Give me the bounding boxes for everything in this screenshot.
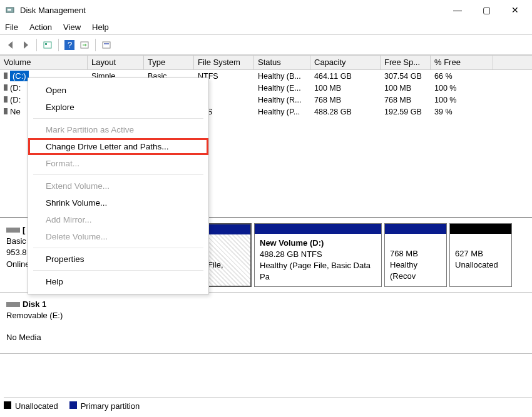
separator: [95, 39, 96, 51]
separator: [58, 39, 59, 51]
svg-rect-2: [44, 42, 51, 48]
partition-unallocated[interactable]: 627 MBUnallocated: [449, 223, 512, 287]
partition-bar: [385, 224, 446, 234]
partition-size: 768 MB: [390, 249, 418, 258]
disk-1-row[interactable]: Disk 1 Removable (E:) No Media: [0, 293, 532, 354]
svg-rect-7: [103, 42, 110, 48]
ctx-change-drive-letter[interactable]: Change Drive Letter and Paths...: [28, 138, 208, 155]
svg-rect-1: [8, 9, 11, 11]
partition-size: 488.28 GB NTFS: [260, 249, 322, 259]
disk-name: Disk 1: [23, 299, 46, 309]
partition-name: New Volume (D:): [260, 238, 324, 248]
close-button[interactable]: ✕: [501, 0, 529, 20]
ctx-mark-active: Mark Partition as Active: [28, 121, 208, 138]
disk-type: Removable (E:): [6, 310, 73, 321]
legend-primary: Primary partition: [81, 401, 140, 411]
menu-action[interactable]: Action: [29, 23, 52, 32]
swatch-primary-icon: [69, 401, 77, 409]
menu-file[interactable]: File: [5, 23, 18, 32]
partition-recovery[interactable]: 768 MBHealthy (Recov: [384, 223, 447, 287]
window-title: Disk Management: [20, 6, 443, 15]
ctx-format: Format...: [28, 155, 208, 172]
disk-icon: [6, 228, 20, 233]
partition-new-volume[interactable]: New Volume (D:)488.28 GB NTFSHealthy (Pa…: [254, 223, 382, 287]
svg-rect-8: [104, 43, 109, 44]
menubar: File Action View Help: [0, 20, 532, 35]
partition-status: Healthy (Recov: [390, 260, 417, 281]
col-volume[interactable]: Volume: [0, 56, 88, 69]
partition-size: 627 MB: [455, 249, 483, 258]
forward-button[interactable]: [19, 38, 33, 52]
columns-header: Volume Layout Type File System Status Ca…: [0, 55, 532, 70]
partition-status: Unallocated: [455, 260, 498, 269]
refresh-icon[interactable]: [41, 38, 54, 52]
col-capacity[interactable]: Capacity: [310, 56, 381, 69]
col-type[interactable]: Type: [144, 56, 194, 69]
titlebar: Disk Management — ▢ ✕: [0, 0, 532, 20]
ctx-help[interactable]: Help: [28, 273, 208, 290]
col-free[interactable]: Free Sp...: [381, 56, 431, 69]
minimize-button[interactable]: —: [443, 0, 472, 20]
col-layout[interactable]: Layout: [88, 56, 144, 69]
ctx-delete: Delete Volume...: [28, 228, 208, 245]
ctx-properties[interactable]: Properties: [28, 251, 208, 268]
menu-view[interactable]: View: [63, 23, 81, 32]
menu-help[interactable]: Help: [92, 23, 109, 32]
partition-bar: [450, 224, 511, 234]
help-icon[interactable]: ?: [63, 38, 76, 52]
separator: [33, 174, 203, 175]
disk-mgmt-icon: [5, 5, 15, 15]
legend: Unallocated Primary partition: [4, 397, 532, 414]
context-menu: Open Explore Mark Partition as Active Ch…: [28, 78, 209, 294]
ctx-extend: Extend Volume...: [28, 178, 208, 194]
col-pctfree[interactable]: % Free: [431, 56, 493, 69]
ctx-open[interactable]: Open: [28, 82, 208, 99]
disk-1-partitions: [79, 293, 532, 353]
ctx-mirror: Add Mirror...: [28, 211, 208, 228]
separator: [33, 248, 203, 248]
separator: [33, 270, 203, 271]
separator: [33, 118, 203, 119]
action-icon[interactable]: [78, 38, 91, 52]
disk-icon: [6, 302, 20, 307]
ctx-explore[interactable]: Explore: [28, 99, 208, 116]
ctx-shrink[interactable]: Shrink Volume...: [28, 194, 208, 211]
partition-status: Healthy (Page File, Basic Data Pa: [260, 261, 371, 281]
separator: [36, 39, 37, 51]
maximize-button[interactable]: ▢: [472, 0, 501, 20]
swatch-unallocated-icon: [4, 401, 11, 409]
back-button[interactable]: [4, 38, 18, 52]
toolbar: ?: [0, 35, 532, 55]
col-filesystem[interactable]: File System: [194, 56, 254, 69]
svg-rect-3: [45, 43, 47, 45]
partition-bar: [255, 224, 381, 234]
legend-unallocated: Unallocated: [15, 401, 58, 411]
disk-status: No Media: [6, 332, 73, 343]
col-status[interactable]: Status: [254, 56, 310, 69]
svg-text:?: ?: [68, 40, 72, 49]
disk-1-label: Disk 1 Removable (E:) No Media: [0, 293, 79, 353]
settings-icon[interactable]: [100, 38, 113, 52]
